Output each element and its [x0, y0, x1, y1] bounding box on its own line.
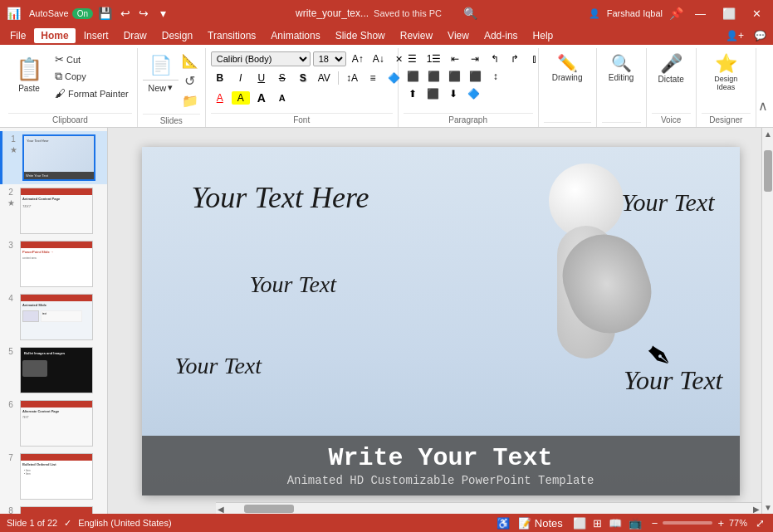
scroll-track[interactable] — [764, 142, 771, 500]
menu-file[interactable]: File — [3, 28, 32, 43]
align-left-btn[interactable]: ⬛ — [404, 69, 423, 84]
presenter-view-btn[interactable]: 📺 — [627, 515, 643, 531]
redo-button[interactable]: ↪ — [135, 5, 152, 22]
menu-transitions[interactable]: Transitions — [201, 28, 262, 43]
slide-section-btn[interactable]: 📁 — [180, 91, 200, 110]
align-bottom-btn[interactable]: ⬇ — [444, 86, 462, 101]
normal-view-btn[interactable]: ⬜ — [571, 515, 588, 531]
highlight-color-btn[interactable]: A — [232, 91, 250, 105]
share-btn[interactable]: 👤+ — [722, 28, 747, 43]
menu-animations[interactable]: Animations — [264, 28, 326, 43]
numbering-btn[interactable]: 1☰ — [423, 51, 445, 66]
menu-insert[interactable]: Insert — [77, 28, 115, 43]
increase-font-btn[interactable]: A↑ — [349, 51, 367, 66]
slide-layout-btn[interactable]: 📐 — [180, 51, 200, 71]
notes-button[interactable]: 📝 Notes — [516, 515, 565, 531]
language[interactable]: English (United States) — [78, 518, 172, 528]
menu-help[interactable]: Help — [526, 28, 560, 43]
ribbon-display-btn[interactable]: 📌 — [669, 7, 683, 20]
restore-button[interactable]: ⬜ — [717, 6, 741, 22]
char-spacing-btn[interactable]: AV — [315, 71, 334, 85]
align-right-btn[interactable]: ⬛ — [445, 69, 464, 84]
slide-thumb-5[interactable]: 5 Bullet Images and Images — [0, 344, 107, 397]
cut-button[interactable]: ✂ Cut — [51, 51, 132, 67]
save-icon[interactable]: 💾 — [98, 7, 112, 20]
menu-review[interactable]: Review — [394, 28, 439, 43]
reading-view-btn[interactable]: 📖 — [607, 515, 624, 531]
minimize-button[interactable]: — — [690, 6, 711, 22]
format-painter-button[interactable]: 🖌 Format Painter — [51, 85, 132, 101]
text-direction-btn[interactable]: ↕A — [343, 71, 361, 85]
decrease-size-btn[interactable]: A — [273, 91, 291, 105]
zoom-in-btn[interactable]: + — [716, 515, 726, 531]
scroll-left-btn[interactable]: ◀ — [216, 503, 226, 514]
align-middle-btn[interactable]: ⬛ — [423, 86, 443, 101]
drawing-button[interactable]: ✏️ Drawing — [547, 51, 588, 85]
justify-btn[interactable]: ⬛ — [466, 69, 485, 84]
design-ideas-button[interactable]: ⭐ Design Ideas — [702, 51, 751, 95]
menu-addins[interactable]: Add-ins — [477, 28, 525, 43]
scroll-down-btn[interactable]: ▼ — [762, 501, 773, 514]
menu-draw[interactable]: Draw — [117, 28, 154, 43]
slide-canvas[interactable]: ✒ Your Text Here Your Text Your Text You… — [142, 147, 740, 495]
editing-button[interactable]: 🔍 Editing — [604, 51, 639, 85]
rtl-btn[interactable]: ↰ — [486, 51, 504, 66]
bullets-btn[interactable]: ☰ — [404, 51, 422, 66]
h-scroll-thumb[interactable] — [244, 505, 294, 513]
decrease-indent-btn[interactable]: ⇤ — [446, 51, 464, 66]
horizontal-scrollbar[interactable]: ◀ ▶ — [216, 502, 761, 514]
close-button[interactable]: ✕ — [747, 6, 766, 22]
menu-design[interactable]: Design — [155, 28, 199, 43]
menu-slideshow[interactable]: Slide Show — [329, 28, 392, 43]
italic-button[interactable]: I — [232, 71, 250, 85]
scroll-thumb[interactable] — [764, 150, 772, 192]
line-spacing-btn[interactable]: ↕ — [487, 69, 505, 84]
slide-thumb-1[interactable]: 1 ★ Your Text Here Write Your Text — [0, 131, 107, 184]
new-slide-top-button[interactable]: 📄 — [143, 51, 179, 80]
zoom-value[interactable]: 77% — [729, 518, 747, 528]
align-text-btn[interactable]: ≡ — [364, 71, 382, 85]
align-center-btn[interactable]: ⬛ — [424, 69, 443, 84]
bold-button[interactable]: B — [211, 71, 229, 85]
font-size-select[interactable]: 18 — [313, 51, 346, 66]
underline-button[interactable]: U — [252, 71, 271, 85]
menu-home[interactable]: Home — [34, 28, 75, 43]
slide-thumb-8[interactable]: 8 Bulleted Content Page — [0, 503, 107, 514]
h-scroll-track[interactable] — [227, 505, 750, 512]
font-color-btn[interactable]: A — [211, 90, 229, 105]
slide-thumb-6[interactable]: 6 Alternate Content Page TEXT — [0, 397, 107, 450]
slide-thumb-3[interactable]: 3 PowerPoint Slide → content area — [0, 237, 107, 290]
slide-thumb-7[interactable]: 7 Bulleted Ordered List • Item• Item — [0, 450, 107, 503]
search-icon[interactable]: 🔍 — [463, 7, 477, 20]
slide-thumb-4[interactable]: 4 Animated Slide text — [0, 290, 107, 344]
spell-check-icon[interactable]: ✓ — [64, 518, 71, 529]
scroll-right-btn[interactable]: ▶ — [751, 503, 761, 514]
zoom-out-btn[interactable]: − — [650, 515, 660, 531]
comments-btn[interactable]: 💬 — [751, 28, 770, 43]
ltr-btn[interactable]: ↱ — [506, 51, 524, 66]
slide-reset-btn[interactable]: ↺ — [180, 71, 200, 90]
paste-button[interactable]: 📋 Paste — [8, 51, 50, 98]
increase-size-btn[interactable]: A — [252, 90, 271, 106]
collapse-ribbon-btn[interactable]: ∧ — [756, 96, 770, 115]
customize-btn[interactable]: ▾ — [157, 5, 169, 22]
decrease-font-btn[interactable]: A↓ — [369, 51, 388, 66]
increase-indent-btn[interactable]: ⇥ — [466, 51, 484, 66]
copy-button[interactable]: ⧉ Copy — [51, 68, 132, 85]
vertical-scrollbar[interactable]: ▲ ▼ — [761, 128, 773, 514]
fit-slide-btn[interactable]: ⤢ — [754, 515, 766, 531]
new-slide-dropdown[interactable]: New ▾ — [143, 80, 179, 95]
strikethrough-button[interactable]: S — [273, 71, 291, 85]
accessibility-btn[interactable]: ♿ — [497, 517, 510, 530]
undo-button[interactable]: ↩ — [117, 5, 134, 22]
shadow-button[interactable]: S — [294, 71, 312, 85]
align-top-btn[interactable]: ⬆ — [404, 86, 422, 101]
slide-thumb-2[interactable]: 2 ★ Animated Content Page TEXT — [0, 184, 107, 237]
autosave-toggle[interactable]: On — [72, 8, 93, 19]
menu-view[interactable]: View — [441, 28, 476, 43]
font-family-select[interactable]: Calibri (Body) — [211, 51, 311, 66]
smartart-convert-btn[interactable]: 🔷 — [464, 86, 483, 101]
slide-sorter-btn[interactable]: ⊞ — [591, 515, 604, 531]
zoom-slider[interactable] — [663, 521, 712, 525]
dictate-button[interactable]: 🎤 Dictate — [651, 51, 691, 87]
